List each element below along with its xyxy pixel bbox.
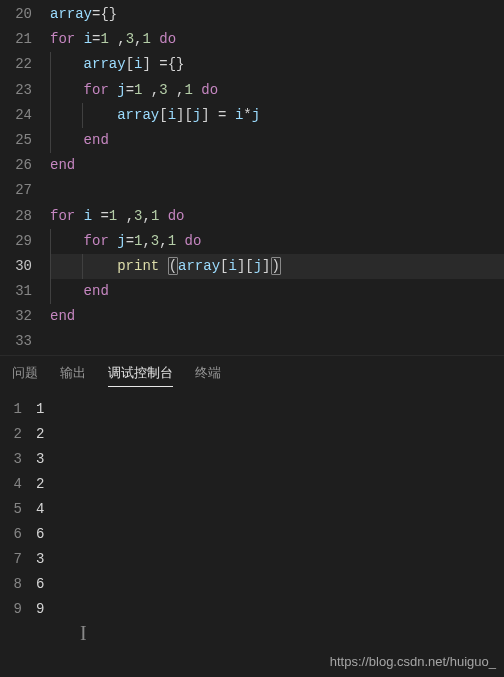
- code-line[interactable]: for j=1 ,3 ,1 do: [50, 78, 504, 103]
- console-line: 4: [36, 497, 504, 522]
- console-line: 2: [36, 422, 504, 447]
- code-line[interactable]: array={}: [50, 2, 504, 27]
- console-line-number: 6: [0, 522, 22, 547]
- line-number: 30: [0, 254, 32, 279]
- watermark-text: https://blog.csdn.net/huiguo_: [330, 654, 496, 669]
- console-line-number: 5: [0, 497, 22, 522]
- code-line[interactable]: end: [50, 279, 504, 304]
- console-line: 9: [36, 597, 504, 622]
- console-line: 1: [36, 397, 504, 422]
- line-number: 33: [0, 329, 32, 354]
- code-line[interactable]: for j=1,3,1 do: [50, 229, 504, 254]
- code-line[interactable]: end: [50, 304, 504, 329]
- tab-debug-console[interactable]: 调试控制台: [108, 364, 173, 387]
- console-line-number: 8: [0, 572, 22, 597]
- console-line: 2: [36, 472, 504, 497]
- line-number: 25: [0, 128, 32, 153]
- code-line[interactable]: print (array[i][j]): [50, 254, 504, 279]
- code-line[interactable]: array[i][j] = i*j: [50, 103, 504, 128]
- console-line-number: 1: [0, 397, 22, 422]
- tab-output[interactable]: 输出: [60, 364, 86, 387]
- line-number: 27: [0, 178, 32, 203]
- line-number: 26: [0, 153, 32, 178]
- line-number: 23: [0, 78, 32, 103]
- line-number: 31: [0, 279, 32, 304]
- console-line-number: 7: [0, 547, 22, 572]
- line-number: 28: [0, 204, 32, 229]
- console-line-number: 9: [0, 597, 22, 622]
- console-output: 123246369: [36, 397, 504, 622]
- console-line-gutter: 123456789: [0, 397, 36, 622]
- console-line: 3: [36, 547, 504, 572]
- panel-tabs: 问题输出调试控制台终端: [0, 355, 504, 393]
- code-line[interactable]: [50, 178, 504, 203]
- code-line[interactable]: for i =1 ,3,1 do: [50, 204, 504, 229]
- line-number: 22: [0, 52, 32, 77]
- code-content[interactable]: array={}for i=1 ,3,1 do array[i] ={} for…: [50, 0, 504, 355]
- console-line-number: 3: [0, 447, 22, 472]
- code-line[interactable]: array[i] ={}: [50, 52, 504, 77]
- code-editor[interactable]: 2021222324252627282930313233 array={}for…: [0, 0, 504, 355]
- console-line: 3: [36, 447, 504, 472]
- code-line[interactable]: end: [50, 128, 504, 153]
- line-number: 29: [0, 229, 32, 254]
- tab-terminal[interactable]: 终端: [195, 364, 221, 387]
- text-cursor-icon: I: [80, 622, 87, 645]
- debug-console-panel[interactable]: 123456789 123246369: [0, 393, 504, 622]
- tab-problems[interactable]: 问题: [12, 364, 38, 387]
- code-line[interactable]: [50, 329, 504, 354]
- code-line[interactable]: end: [50, 153, 504, 178]
- code-line[interactable]: for i=1 ,3,1 do: [50, 27, 504, 52]
- line-number: 20: [0, 2, 32, 27]
- line-number: 24: [0, 103, 32, 128]
- console-line-number: 4: [0, 472, 22, 497]
- line-number-gutter: 2021222324252627282930313233: [0, 0, 50, 355]
- line-number: 21: [0, 27, 32, 52]
- console-line-number: 2: [0, 422, 22, 447]
- line-number: 32: [0, 304, 32, 329]
- console-line: 6: [36, 572, 504, 597]
- console-line: 6: [36, 522, 504, 547]
